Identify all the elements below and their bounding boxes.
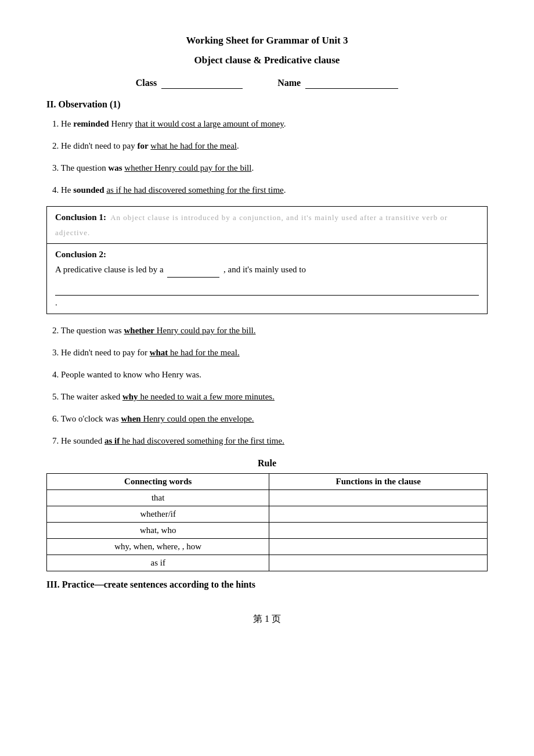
page-title: Working Sheet for Grammar of Unit 3: [46, 35, 488, 46]
table-cell-word: whether/if: [47, 506, 269, 523]
list-item: 6. Two o'clock was when Henry could open…: [52, 412, 488, 426]
list-item: 7. He sounded as if he had discovered so…: [52, 434, 488, 448]
list-item: 1. He reminded Henry that it would cost …: [52, 117, 488, 131]
list-item: 4. He sounded as if he had discovered so…: [52, 183, 488, 197]
conclusion-box: Conclusion 1: An object clause is introd…: [46, 206, 488, 314]
rule-section: Rule Connecting words Functions in the c…: [46, 458, 488, 571]
name-field[interactable]: [305, 78, 398, 89]
table-cell-word: what, who: [47, 523, 269, 539]
table-cell-word: that: [47, 490, 269, 506]
rule-table: Connecting words Functions in the clause…: [46, 473, 488, 571]
conclusion2-blank1[interactable]: [167, 262, 219, 278]
table-col1-header: Connecting words: [47, 474, 269, 490]
observation-heading: II. Observation (1): [46, 99, 488, 110]
sentences2-list: 2. The question was whether Henry could …: [52, 323, 488, 448]
table-cell-function[interactable]: [269, 523, 488, 539]
table-row: that: [47, 490, 488, 506]
conclusion-2: Conclusion 2: A predicative clause is le…: [47, 244, 487, 314]
class-field[interactable]: [161, 78, 243, 89]
table-cell-function[interactable]: [269, 506, 488, 523]
table-cell-function[interactable]: [269, 490, 488, 506]
sentence-num: 1. He: [52, 119, 73, 128]
list-item: 4. People wanted to know who Henry was.: [52, 368, 488, 381]
bold-word: reminded: [73, 119, 109, 128]
list-item: 3. The question was whether Henry could …: [52, 161, 488, 175]
table-row: whether/if: [47, 506, 488, 523]
class-name-row: Class Name: [46, 78, 488, 89]
page-subtitle: Object clause & Predicative clause: [46, 55, 488, 66]
class-label: Class: [136, 78, 157, 88]
list-item: 2. He didn't need to pay for what he had…: [52, 139, 488, 153]
table-cell-function[interactable]: [269, 539, 488, 555]
conclusion2-blank2[interactable]: [55, 280, 479, 296]
observation-list: 1. He reminded Henry that it would cost …: [52, 117, 488, 197]
list-item: 3. He didn't need to pay for what he had…: [52, 345, 488, 359]
table-cell-word: as if: [47, 555, 269, 571]
conclusion-1: Conclusion 1: An object clause is introd…: [47, 207, 487, 244]
table-col2-header: Functions in the clause: [269, 474, 488, 490]
rule-title: Rule: [46, 458, 488, 469]
table-row: as if: [47, 555, 488, 571]
table-row: why, when, where, , how: [47, 539, 488, 555]
name-label: Name: [277, 78, 301, 88]
table-cell-word: why, when, where, , how: [47, 539, 269, 555]
list-item: 2. The question was whether Henry could …: [52, 323, 488, 337]
table-row: what, who: [47, 523, 488, 539]
list-item: 5. The waiter asked why he needed to wai…: [52, 390, 488, 404]
table-cell-function[interactable]: [269, 555, 488, 571]
practice-heading: III. Practice—create sentences according…: [46, 579, 488, 590]
page-footer: 第 1 页: [46, 613, 488, 625]
